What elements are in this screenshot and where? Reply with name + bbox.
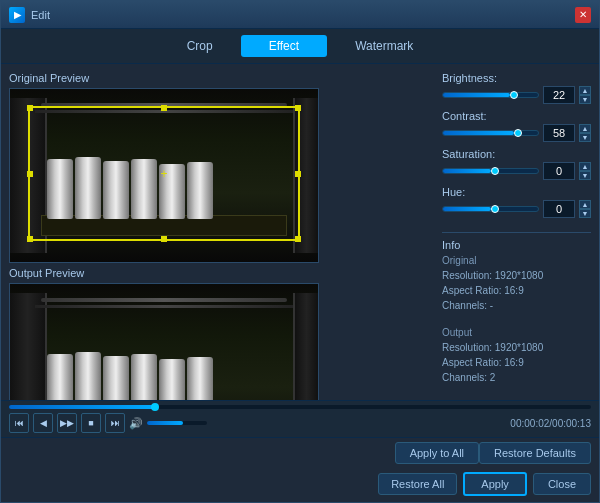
hue-thumb[interactable] — [491, 205, 499, 213]
saturation-thumb[interactable] — [491, 167, 499, 175]
machinery-right — [293, 98, 318, 254]
brightness-input[interactable]: 22 — [543, 86, 575, 104]
playback-row: ⏮ ◀ ▶▶ ■ ⏭ 🔊 00:00:02/00:00:13 — [9, 413, 591, 433]
go-start-button[interactable]: ⏮ — [9, 413, 29, 433]
original-resolution: Resolution: 1920*1080 — [442, 268, 591, 283]
saturation-slider-row: 0 ▲ ▼ — [442, 162, 591, 180]
can-4 — [131, 159, 157, 219]
hue-spinner: ▲ ▼ — [579, 200, 591, 218]
output-can-2 — [75, 352, 101, 400]
output-preview-box — [9, 283, 319, 400]
bar-1 — [41, 103, 287, 107]
original-scene: + — [10, 89, 318, 262]
contrast-input[interactable]: 58 — [543, 124, 575, 142]
hue-up[interactable]: ▲ — [579, 200, 591, 209]
contrast-slider-row: 58 ▲ ▼ — [442, 124, 591, 142]
restore-all-button[interactable]: Restore All — [378, 473, 457, 495]
saturation-down[interactable]: ▼ — [579, 171, 591, 180]
bar-2 — [35, 110, 294, 113]
original-info-subtitle: Original — [442, 255, 591, 266]
output-resolution: Resolution: 1920*1080 — [442, 340, 591, 355]
contrast-spinner: ▲ ▼ — [579, 124, 591, 142]
contrast-fill — [443, 131, 514, 135]
output-cans-group — [47, 352, 213, 400]
output-preview-label: Output Preview — [9, 267, 426, 279]
output-channels: Channels: 2 — [442, 370, 591, 385]
output-can-6 — [187, 357, 213, 400]
saturation-track[interactable] — [442, 168, 539, 174]
tab-crop[interactable]: Crop — [159, 35, 241, 57]
brightness-fill — [443, 93, 510, 97]
can-5 — [159, 164, 185, 219]
play-button[interactable]: ▶▶ — [57, 413, 77, 433]
output-preview-section: Output Preview — [9, 267, 426, 400]
contrast-track[interactable] — [442, 130, 539, 136]
action-row: Apply to All Restore Defaults — [1, 437, 599, 468]
timeline-fill — [9, 405, 155, 409]
go-end-button[interactable]: ⏭ — [105, 413, 125, 433]
apply-button[interactable]: Apply — [463, 472, 527, 496]
brightness-track[interactable] — [442, 92, 539, 98]
saturation-input[interactable]: 0 — [543, 162, 575, 180]
info-title: Info — [442, 239, 591, 251]
hue-input[interactable]: 0 — [543, 200, 575, 218]
stop-button[interactable]: ■ — [81, 413, 101, 433]
original-aspect: Aspect Ratio: 16:9 — [442, 283, 591, 298]
brightness-control: Brightness: 22 ▲ ▼ — [442, 72, 591, 104]
title-bar: ▶ Edit ✕ — [1, 1, 599, 29]
hue-control: Hue: 0 ▲ ▼ — [442, 186, 591, 218]
saturation-label: Saturation: — [442, 148, 591, 160]
volume-fill — [147, 421, 183, 425]
brightness-label: Brightness: — [442, 72, 591, 84]
close-button[interactable]: Close — [533, 473, 591, 495]
brightness-spinner: ▲ ▼ — [579, 86, 591, 104]
can-3 — [103, 161, 129, 219]
bottom-controls: ⏮ ◀ ▶▶ ■ ⏭ 🔊 00:00:02/00:00:13 — [1, 400, 599, 437]
hue-fill — [443, 207, 491, 211]
original-preview-section: Original Preview — [9, 72, 426, 263]
original-channels: Channels: - — [442, 298, 591, 313]
volume-slider[interactable] — [147, 421, 207, 425]
contrast-thumb[interactable] — [514, 129, 522, 137]
window-title: Edit — [31, 9, 50, 21]
brightness-up[interactable]: ▲ — [579, 86, 591, 95]
saturation-up[interactable]: ▲ — [579, 162, 591, 171]
apply-to-all-button[interactable]: Apply to All — [395, 442, 479, 464]
window-close-button[interactable]: ✕ — [575, 7, 591, 23]
timeline-thumb[interactable] — [151, 403, 159, 411]
time-display: 00:00:02/00:00:13 — [211, 418, 591, 429]
tab-effect[interactable]: Effect — [241, 35, 327, 57]
output-machinery-left — [10, 293, 47, 400]
brightness-thumb[interactable] — [510, 91, 518, 99]
left-panel: Original Preview — [1, 64, 434, 400]
tabs-bar: Crop Effect Watermark — [1, 29, 599, 64]
final-row: Restore All Apply Close — [1, 468, 599, 502]
hue-label: Hue: — [442, 186, 591, 198]
output-bar-1 — [41, 298, 287, 302]
saturation-spinner: ▲ ▼ — [579, 162, 591, 180]
saturation-control: Saturation: 0 ▲ ▼ — [442, 148, 591, 180]
timeline-bar[interactable] — [9, 405, 591, 409]
contrast-down[interactable]: ▼ — [579, 133, 591, 142]
contrast-control: Contrast: 58 ▲ ▼ — [442, 110, 591, 142]
hue-slider-row: 0 ▲ ▼ — [442, 200, 591, 218]
cans-group — [47, 157, 213, 219]
saturation-fill — [443, 169, 491, 173]
brightness-down[interactable]: ▼ — [579, 95, 591, 104]
content-area: Original Preview — [1, 64, 599, 400]
hue-down[interactable]: ▼ — [579, 209, 591, 218]
can-1 — [47, 159, 73, 219]
can-6 — [187, 162, 213, 219]
info-section: Info Original Resolution: 1920*1080 Aspe… — [442, 232, 591, 385]
volume-icon: 🔊 — [129, 417, 143, 430]
app-icon: ▶ — [9, 7, 25, 23]
output-scene — [10, 284, 318, 400]
contrast-up[interactable]: ▲ — [579, 124, 591, 133]
edit-window: ▶ Edit ✕ Crop Effect Watermark Original … — [0, 0, 600, 503]
tab-watermark[interactable]: Watermark — [327, 35, 441, 57]
restore-defaults-button[interactable]: Restore Defaults — [479, 442, 591, 464]
step-back-button[interactable]: ◀ — [33, 413, 53, 433]
hue-track[interactable] — [442, 206, 539, 212]
output-can-3 — [103, 356, 129, 400]
output-can-1 — [47, 354, 73, 400]
